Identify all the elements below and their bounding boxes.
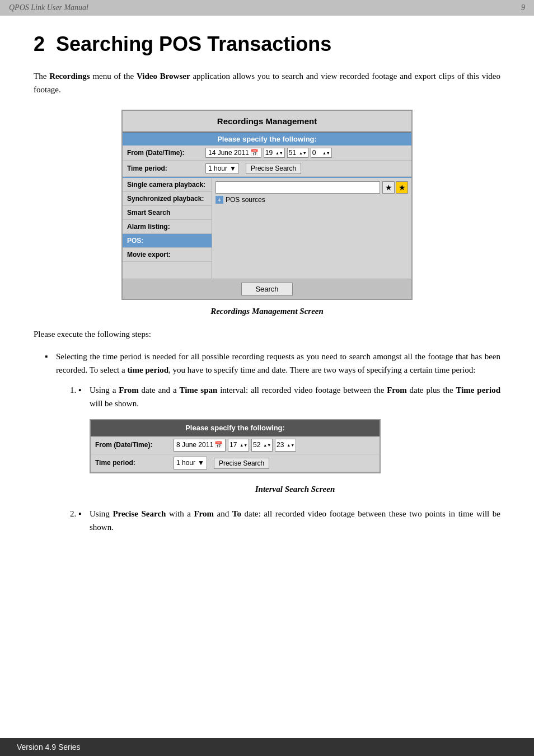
sidebar-item-synchronized[interactable]: Synchronized playback: bbox=[123, 192, 212, 206]
interval-precise-search-button[interactable]: Precise Search bbox=[214, 458, 269, 469]
rm-from-value: 14 June 2011 📅 19 ▲▼ 51 ▲▼ 0 ▲▼ bbox=[205, 148, 407, 158]
rm-title: Recordings Management bbox=[123, 111, 411, 132]
rm-sidebar: Single camera playback: Synchronized pla… bbox=[123, 178, 212, 279]
interval-hour-arrows[interactable]: ▲▼ bbox=[240, 443, 247, 447]
rm-time-period-dropdown[interactable]: 1 hour ▼ bbox=[205, 163, 239, 173]
interval-date-field[interactable]: 8 June 2011 📅 bbox=[174, 439, 226, 452]
pos-expand-button[interactable]: + bbox=[216, 196, 223, 204]
intro-text2: menu of the bbox=[90, 72, 137, 81]
ordered-item-1: Using a From date and a Time span interv… bbox=[78, 383, 500, 496]
rm-specify-bar: Please specify the following: bbox=[123, 133, 411, 145]
sidebar-item-single-camera[interactable]: Single camera playback: bbox=[123, 178, 212, 192]
sidebar-item-movie-export[interactable]: Movie export: bbox=[123, 248, 212, 262]
interval-search-box: Please specify the following: From (Date… bbox=[90, 419, 381, 473]
second-spin-arrows[interactable]: ▲▼ bbox=[322, 151, 330, 155]
bullet1-text2: , you have to specify time and date. The… bbox=[168, 365, 475, 374]
rm-time-period-label: Time period: bbox=[127, 165, 205, 172]
interval-dropdown[interactable]: 1 hour ▼ bbox=[174, 457, 207, 469]
rm-time-period-value: 1 hour ▼ Precise Search bbox=[205, 163, 407, 174]
header-title: QPOS Link User Manual bbox=[9, 3, 88, 12]
rm-time-period-row: Time period: 1 hour ▼ Precise Search bbox=[123, 161, 411, 177]
bullet-item-1: Selecting the time period is needed for … bbox=[45, 350, 500, 534]
recordings-bold: Recordings bbox=[49, 72, 90, 81]
rm-panels: Single camera playback: Synchronized pla… bbox=[123, 177, 411, 279]
rm-date-field[interactable]: 14 June 2011 📅 bbox=[205, 148, 261, 158]
rm-precise-search-button[interactable]: Precise Search bbox=[246, 163, 301, 174]
rm-from-label: From (Date/Time): bbox=[127, 149, 205, 157]
smart-search-row: ★ ★ bbox=[216, 181, 408, 194]
recordings-management-box: Recordings Management Please specify the… bbox=[121, 110, 413, 300]
header-bar: QPOS Link User Manual 9 bbox=[0, 0, 534, 16]
interval-dropdown-arrow: ▼ bbox=[198, 458, 204, 468]
rm-hour-spin[interactable]: 19 ▲▼ bbox=[264, 148, 285, 158]
figure2-caption: Interval Search Screen bbox=[90, 482, 500, 496]
interval-hour-spin[interactable]: 17 ▲▼ bbox=[228, 439, 249, 452]
rm-minute-spin[interactable]: 51 ▲▼ bbox=[287, 148, 308, 158]
rm-from-row: From (Date/Time): 14 June 2011 📅 19 ▲▼ 5… bbox=[123, 145, 411, 161]
calendar-icon[interactable]: 📅 bbox=[250, 149, 259, 157]
intro-text1: The bbox=[34, 72, 49, 81]
pos-sources-row: + POS sources bbox=[216, 196, 408, 204]
interval-second-spin[interactable]: 23 ▲▼ bbox=[275, 439, 296, 452]
minute-spin-arrows[interactable]: ▲▼ bbox=[299, 151, 307, 155]
ordered-item-2: Using Precise Search with a From and To … bbox=[78, 507, 500, 534]
chapter-title: 2 Searching POS Transactions bbox=[34, 32, 500, 56]
ordered-list: Using a From date and a Time span interv… bbox=[56, 383, 500, 534]
star-buttons: ★ ★ bbox=[382, 181, 408, 194]
sidebar-item-alarm-listing[interactable]: Alarm listing: bbox=[123, 220, 212, 234]
rm-inner: Please specify the following: From (Date… bbox=[123, 132, 411, 177]
hour-spin-arrows[interactable]: ▲▼ bbox=[275, 151, 283, 155]
interval-time-period-label: Time period: bbox=[95, 458, 174, 468]
header-page-number: 9 bbox=[521, 3, 525, 12]
interval-time-period-row: Time period: 1 hour ▼ Precise Search bbox=[91, 454, 380, 472]
interval-minute-arrows[interactable]: ▲▼ bbox=[263, 443, 271, 447]
sidebar-item-smart-search[interactable]: Smart Search bbox=[123, 206, 212, 220]
rm-search-bar: Search bbox=[123, 279, 411, 299]
steps-intro: Please execute the following steps: bbox=[34, 327, 500, 341]
interval-from-value: 8 June 2011 📅 17 ▲▼ 52 ▲▼ bbox=[174, 439, 375, 452]
search-button[interactable]: Search bbox=[241, 283, 292, 295]
bullet-list: Selecting the time period is needed for … bbox=[34, 350, 500, 534]
intro-paragraph: The Recordings menu of the Video Browser… bbox=[34, 69, 500, 96]
interval-calendar-icon[interactable]: 📅 bbox=[214, 440, 223, 450]
interval-second-arrows[interactable]: ▲▼ bbox=[287, 443, 294, 447]
star-button-1[interactable]: ★ bbox=[382, 181, 395, 194]
rm-date-text: 14 June 2011 bbox=[208, 149, 249, 157]
interval-from-label: From (Date/Time): bbox=[95, 440, 174, 450]
star-button-2[interactable]: ★ bbox=[396, 181, 408, 194]
rm-second-spin[interactable]: 0 ▲▼ bbox=[311, 148, 332, 158]
rm-main-area: ★ ★ + POS sources bbox=[212, 178, 411, 279]
dropdown-arrow-icon: ▼ bbox=[229, 165, 236, 172]
sidebar-item-pos[interactable]: POS: bbox=[123, 234, 212, 248]
bullet1-bold1: time period bbox=[127, 365, 168, 374]
interval-from-row: From (Date/Time): 8 June 2011 📅 17 ▲▼ bbox=[91, 436, 380, 454]
interval-specify-bar: Please specify the following: bbox=[91, 420, 380, 436]
main-content: 2 Searching POS Transactions The Recordi… bbox=[0, 16, 534, 588]
pos-sources-label: POS sources bbox=[226, 196, 265, 204]
video-browser-bold: Video Browser bbox=[137, 72, 190, 81]
interval-minute-spin[interactable]: 52 ▲▼ bbox=[251, 439, 273, 452]
footer-bar: Version 4.9 Series bbox=[0, 738, 534, 756]
smart-search-input[interactable] bbox=[216, 181, 380, 194]
interval-time-period-value: 1 hour ▼ Precise Search bbox=[174, 457, 375, 469]
footer-label: Version 4.9 Series bbox=[17, 743, 81, 752]
figure1-caption: Recordings Management Screen bbox=[34, 307, 500, 316]
